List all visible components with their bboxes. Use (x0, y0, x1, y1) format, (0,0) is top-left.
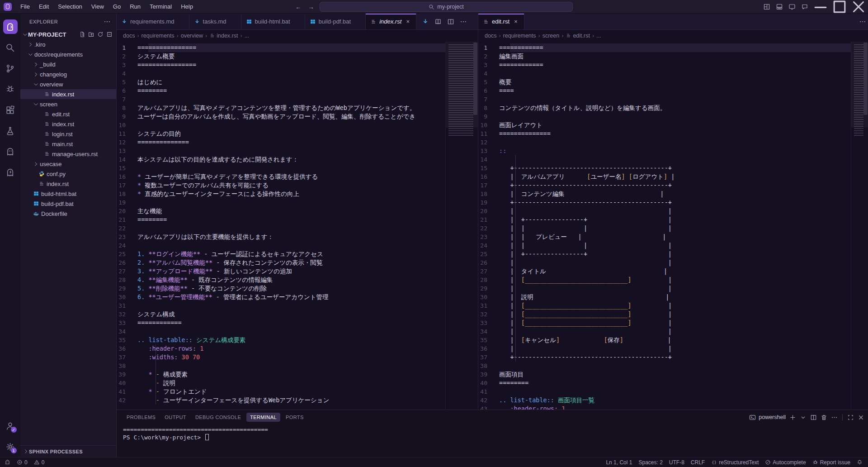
status-warning[interactable]: 0 (34, 459, 45, 466)
chat-icon[interactable] (798, 0, 811, 14)
tree-item-docs-requirements[interactable]: docs\requirements (20, 49, 116, 59)
scrollbar-thumb[interactable] (863, 43, 868, 115)
tree-item-index.rst[interactable]: index.rst (20, 179, 116, 189)
menu-go[interactable]: Go (109, 2, 125, 11)
tree-item-changelog[interactable]: changelog (20, 69, 116, 79)
tree-item-overview[interactable]: overview (20, 79, 116, 89)
breadcrumb-item[interactable]: edit.rst (566, 33, 590, 39)
more-icon[interactable] (458, 14, 469, 29)
activity-gear[interactable]: 1 (0, 436, 20, 457)
tab-build-html-bat[interactable]: build-html.bat× (241, 14, 305, 29)
status-utf-8[interactable]: UTF-8 (669, 459, 684, 466)
activity-kiro[interactable] (0, 16, 20, 37)
tab-index-rst[interactable]: index.rst× (366, 14, 416, 29)
status-autocomplete[interactable]: Autocomplete (765, 459, 806, 466)
menu-edit[interactable]: Edit (35, 2, 53, 11)
breadcrumb-item[interactable]: ... (596, 33, 601, 39)
sphinx-processes-section[interactable]: SPHINX PROCESSES (20, 445, 116, 457)
maximize-button[interactable] (830, 0, 849, 14)
status-error[interactable]: 0 (17, 459, 28, 466)
breadcrumb-item[interactable]: index.rst (209, 33, 238, 39)
split-icon[interactable] (445, 14, 456, 29)
activity-test[interactable] (0, 120, 20, 141)
status-spaces-2[interactable]: Spaces: 2 (638, 459, 662, 466)
breadcrumb-item[interactable]: requirements (503, 33, 536, 39)
screen-icon[interactable] (786, 0, 798, 14)
breadcrumb-item[interactable]: requirements (142, 33, 175, 39)
breadcrumb-item[interactable]: docs (485, 33, 496, 39)
activity-debug[interactable] (0, 79, 20, 100)
menu-view[interactable]: View (87, 2, 108, 11)
activity-search[interactable] (0, 37, 20, 58)
breadcrumb-item[interactable]: screen (542, 33, 560, 39)
collapse-all-icon[interactable] (106, 31, 113, 38)
breadcrumb-item[interactable]: docs (123, 33, 135, 39)
status-bell[interactable] (857, 459, 863, 465)
tree-item-manage-users.rst[interactable]: manage-users.rst (20, 149, 116, 159)
tab-close-icon[interactable]: × (177, 18, 184, 25)
close-button[interactable] (849, 0, 868, 14)
split-terminal-icon[interactable] (810, 414, 817, 421)
tree-item-main.rst[interactable]: main.rst (20, 139, 116, 149)
tree-item-usecase[interactable]: usecase (20, 159, 116, 169)
new-terminal-icon[interactable] (789, 414, 796, 421)
new-file-icon[interactable] (79, 31, 85, 38)
menu-selection[interactable]: Selection (54, 2, 86, 11)
tab-close-icon[interactable]: × (229, 18, 236, 25)
activity-agent[interactable] (0, 162, 20, 183)
terminal-dropdown-icon[interactable] (800, 414, 807, 421)
panel-tab-problems[interactable]: PROBLEMS (123, 413, 159, 422)
tab-edit-rst[interactable]: edit.rst× (478, 14, 524, 29)
minimap[interactable] (851, 42, 868, 410)
tab-close-icon[interactable]: × (404, 18, 411, 25)
tab-tasks-md[interactable]: tasks.md× (189, 14, 241, 29)
panel-tab-output[interactable]: OUTPUT (161, 413, 190, 422)
tree-item-screen[interactable]: screen (20, 99, 116, 109)
menu-file[interactable]: File (16, 2, 34, 11)
panel-tab-ports[interactable]: PORTS (282, 413, 307, 422)
menu-help[interactable]: Help (177, 2, 197, 11)
activity-account[interactable]: ✓ (0, 415, 20, 436)
terminal-more-icon[interactable] (831, 414, 838, 421)
tree-item-index.rst[interactable]: index.rst (20, 119, 116, 129)
tab-close-icon[interactable]: × (512, 18, 519, 25)
tree-item-build-html.bat[interactable]: build-html.bat (20, 189, 116, 199)
tree-item--build[interactable]: _build (20, 59, 116, 69)
tree-item-login.rst[interactable]: login.rst (20, 129, 116, 139)
shell-selector[interactable]: powershell (749, 414, 786, 421)
command-center-search[interactable]: my-project (320, 2, 573, 12)
status-ln-1-col-1[interactable]: Ln 1, Col 1 (606, 459, 632, 466)
activity-source-control[interactable] (0, 58, 20, 79)
nav-forward-icon[interactable]: → (308, 3, 314, 10)
editor-content[interactable]: 1============2編集画面3============45概要6====… (478, 42, 868, 410)
tree-root[interactable]: MY-PROJECT (20, 29, 116, 39)
new-folder-icon[interactable] (88, 31, 94, 38)
book-icon[interactable] (433, 14, 443, 29)
terminal-content[interactable]: ========================================… (117, 424, 868, 457)
panel-icon[interactable] (773, 0, 786, 14)
menu-run[interactable]: Run (126, 2, 145, 11)
tab-requirements-md[interactable]: requirements.md× (117, 14, 189, 29)
menu-terminal[interactable]: Terminal (146, 2, 176, 11)
tree-item-index.rst[interactable]: index.rst (20, 89, 116, 99)
activity-ghost[interactable] (0, 141, 20, 162)
kill-terminal-icon[interactable] (821, 414, 827, 421)
layout-icon[interactable] (760, 0, 773, 14)
refresh-icon[interactable] (97, 31, 104, 38)
scrollbar-thumb[interactable] (473, 43, 477, 115)
status-restructuredtext[interactable]: {}reStructuredText (711, 459, 759, 466)
tab-close-icon[interactable]: × (354, 18, 361, 25)
status-crlf[interactable]: CRLF (691, 459, 705, 466)
tree-item-build-pdf.bat[interactable]: build-pdf.bat (20, 199, 116, 209)
breadcrumb-item[interactable]: overview (181, 33, 203, 39)
tab-close-icon[interactable]: × (293, 18, 300, 25)
maximize-panel-icon[interactable] (847, 414, 854, 421)
activity-extensions[interactable] (0, 100, 20, 120)
nav-back-icon[interactable]: ← (295, 3, 302, 10)
panel-tab-debug-console[interactable]: DEBUG CONSOLE (192, 413, 245, 422)
minimize-button[interactable] (811, 0, 830, 14)
explorer-more-icon[interactable] (104, 18, 111, 25)
minimap[interactable] (445, 42, 478, 410)
tab-build-pdf-bat[interactable]: build-pdf.bat× (305, 14, 366, 29)
close-panel-icon[interactable] (858, 414, 864, 421)
